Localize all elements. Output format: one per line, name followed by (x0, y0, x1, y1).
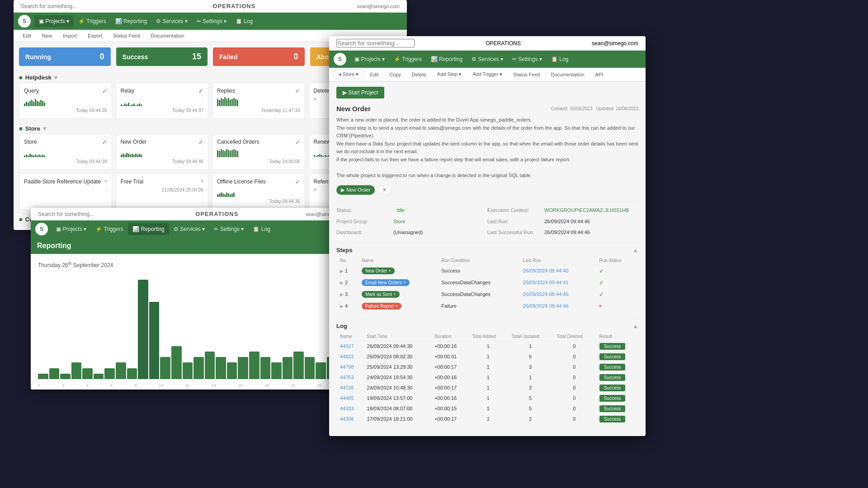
log-row[interactable]: 44827 26/09/2024 09:44:30 +00:00:16 1 1 … (336, 341, 638, 351)
step-1-last-run[interactable]: 26/09/2024 09:44:40 (519, 265, 596, 277)
log-row-name[interactable]: 44306 (340, 416, 354, 422)
section-helpdesk-icon: ■ (19, 74, 23, 81)
log-row[interactable]: 44763 24/09/2024 19:54:30 +00:00:16 1 1 … (336, 372, 638, 382)
rw-nav-reporting[interactable]: 📊 Reporting (426, 53, 467, 65)
offline-timestamp: Today 09:44:36 (217, 199, 300, 204)
expand-2[interactable]: ▶ (340, 280, 344, 285)
bg-nav-services[interactable]: ⚙ Services ▾ (151, 15, 192, 27)
section-helpdesk-chevron[interactable]: ▾ (54, 74, 57, 81)
project-paddle-store[interactable]: Paddle Store Reference Update■ . (19, 174, 112, 210)
btn-documentation-rw[interactable]: Documentation (546, 70, 589, 79)
log-row-name[interactable]: 44822 (340, 354, 354, 359)
expand-4[interactable]: ▶ (340, 304, 344, 309)
btn-rw-delete[interactable]: Delete (407, 70, 431, 79)
rw-nav-log[interactable]: 📋 Log (547, 53, 573, 65)
project-query[interactable]: Query✓ Today 09:44:35 (19, 83, 112, 119)
btn-rw-copy[interactable]: Copy (385, 70, 406, 79)
rw-search-input[interactable] (336, 39, 415, 47)
mid-nav-log[interactable]: 📋 Log (248, 223, 274, 235)
bg-nav-triggers[interactable]: ⚡ Triggers (74, 15, 111, 27)
bg-app-title: OPERATIONS (212, 3, 255, 9)
step-row-4[interactable]: ▶ 4 Failure Report ▾ Failure 26/09/2024 … (336, 300, 638, 312)
log-result-badge: Success (599, 385, 626, 391)
log-row[interactable]: 44798 25/09/2024 13:29:30 +00:00:17 1 3 … (336, 361, 638, 372)
log-row[interactable]: 44726 24/09/2024 10:48:30 +00:00:17 1 3 … (336, 382, 638, 393)
log-row[interactable]: 44405 19/09/2024 13:57:00 +00:00:16 1 5 … (336, 393, 638, 403)
project-relay[interactable]: Relay✓ Today 09:44:37 (116, 83, 209, 119)
project-new-order[interactable]: New Order✓ Today 09:44:46 (116, 134, 209, 170)
project-group-value[interactable]: Store (393, 219, 405, 224)
meta-status: Status: Idle (336, 206, 487, 215)
tag-close[interactable]: ✕ (377, 185, 392, 195)
rw-nav: S ▣ Projects ▾ ⚡ Triggers 📊 Reporting ⚙ … (329, 51, 646, 68)
bg-nav-projects[interactable]: ▣ Projects ▾ (34, 15, 74, 27)
bg-nav-settings[interactable]: ✏ Settings ▾ (192, 15, 231, 27)
reporting-panel-header: Reporting ✕ (31, 238, 355, 254)
rw-nav-settings[interactable]: ✏ Settings ▾ (508, 53, 547, 65)
steps-collapse-icon[interactable]: ▲ (632, 247, 638, 253)
expand-3[interactable]: ▶ (340, 292, 344, 297)
start-project-btn[interactable]: ▶ Start Project (336, 87, 384, 99)
bg-nav-log[interactable]: 📋 Log (231, 15, 257, 27)
project-dates: Created: 16/06/2023 Updated: 16/06/2023 (551, 106, 638, 111)
btn-store-dropdown[interactable]: ◂ Store ▾ (334, 70, 363, 79)
log-row-name[interactable]: 44726 (340, 385, 354, 390)
step-3-last-run[interactable]: 26/09/2024 09:44:45 (519, 288, 596, 300)
mid-nav-services[interactable]: ⚙ Services ▾ (169, 223, 210, 235)
log-row[interactable]: 44822 26/09/2024 08:02:30 +00:00:31 1 6 … (336, 351, 638, 361)
mid-nav-reporting[interactable]: 📊 Reporting (128, 223, 169, 235)
log-title: Log (336, 323, 347, 329)
btn-edit[interactable]: Edit (18, 32, 36, 40)
project-replies[interactable]: Replies✓ Yesterday 11:47:33 (212, 83, 305, 119)
btn-add-step[interactable]: Add Step ▾ (433, 70, 466, 79)
project-free-trial[interactable]: Free Trial■ 21/05/2024 20:00:09 (116, 174, 209, 210)
step-2-last-run[interactable]: 26/09/2024 09:44:41 (519, 277, 596, 288)
log-row-name[interactable]: 44798 (340, 364, 354, 370)
rw-nav-projects[interactable]: ▣ Projects ▾ (350, 53, 389, 65)
bg-nav-reporting[interactable]: 📊 Reporting (111, 15, 151, 27)
project-offline-license[interactable]: Offline License Files✓ Today 09:44:36 (212, 174, 305, 210)
project-store[interactable]: Store✓ Today 09:44:39 (19, 134, 112, 170)
rw-app-title: OPERATIONS (486, 40, 521, 47)
log-collapse-icon[interactable]: ▲ (632, 323, 638, 329)
exec-context-value[interactable]: WORKGROUP\EC2AMAZ-JLU0S1H$ (544, 207, 628, 213)
expand-1[interactable]: ▶ (340, 268, 344, 273)
x-axis: 024681012141618202224 (38, 381, 348, 389)
log-row-name[interactable]: 44333 (340, 406, 354, 411)
step-4-last-run[interactable]: 26/09/2024 09:44:46 (519, 300, 596, 312)
log-row-name[interactable]: 44763 (340, 375, 354, 380)
query-chart (24, 97, 107, 106)
btn-status-feed-rw[interactable]: Status Feed (509, 70, 544, 79)
btn-status-feed[interactable]: Status Feed (108, 32, 144, 40)
rw-nav-services[interactable]: ⚙ Services ▾ (467, 53, 508, 65)
log-row-name[interactable]: 44405 (340, 395, 354, 401)
log-row[interactable]: 44306 17/09/2024 18:21:00 +00:00:17 1 2 … (336, 413, 638, 424)
mid-nav-settings[interactable]: ✏ Settings ▾ (209, 223, 248, 235)
mid-nav-projects[interactable]: ▣ Projects ▾ (52, 223, 91, 235)
btn-documentation[interactable]: Documentation (146, 32, 189, 40)
bg-search-input[interactable] (21, 3, 111, 9)
mid-nav-triggers[interactable]: ⚡ Triggers (91, 223, 128, 235)
step-row-1[interactable]: ▶ 1 New Order ▾ Success 26/09/2024 09:44… (336, 265, 638, 277)
btn-import[interactable]: Import (58, 32, 81, 40)
mid-search-input[interactable] (38, 211, 128, 217)
bg-searchbar: OPERATIONS sean@simego.com (14, 0, 407, 13)
btn-add-trigger[interactable]: Add Trigger ▾ (468, 70, 507, 79)
log-result-badge: Success (599, 353, 626, 360)
btn-export[interactable]: Export (83, 32, 107, 40)
steps-section: Steps ▲ No. Name Run Condition Last Run … (336, 243, 638, 312)
btn-rw-edit[interactable]: Edit (365, 70, 383, 79)
section-store-icon: ■ (19, 125, 23, 132)
section-store-chevron[interactable]: ▾ (43, 125, 46, 132)
step-row-3[interactable]: ▶ 3 Mark as Sent ▾ SuccessDataChanges 26… (336, 288, 638, 300)
rw-nav-triggers[interactable]: ⚡ Triggers (389, 53, 426, 65)
log-row[interactable]: 44333 18/09/2024 08:07:00 +00:00:15 1 5 … (336, 403, 638, 413)
btn-api[interactable]: API (590, 70, 608, 79)
project-cancelled-orders[interactable]: Cancelled Orders✓ Today 14:00:06 (212, 134, 305, 170)
bg-logo: S (18, 15, 31, 28)
store-timestamp: Today 09:44:39 (24, 159, 107, 164)
btn-new[interactable]: New (38, 32, 57, 40)
log-row-name[interactable]: 44827 (340, 343, 354, 349)
dashboard-value: (Unassigned) (393, 230, 423, 235)
step-row-2[interactable]: ▶ 2 Email New Orders ▾ SuccessDataChange… (336, 277, 638, 288)
